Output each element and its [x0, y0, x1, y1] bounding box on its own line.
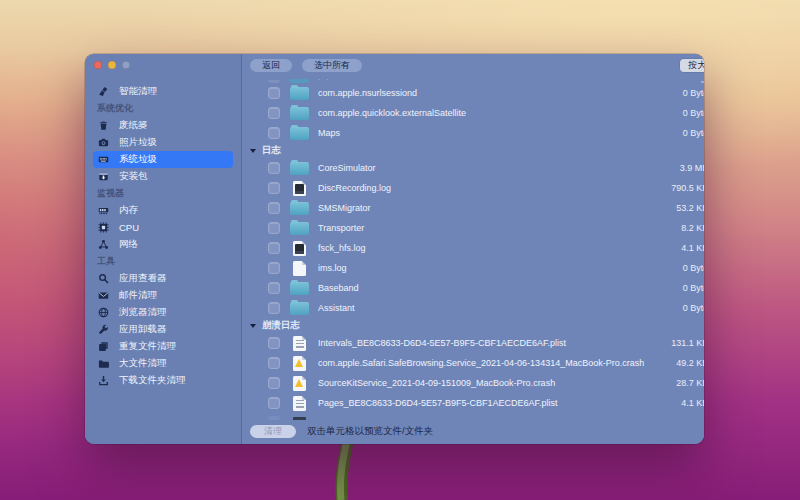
file-size: 0 Byte — [644, 283, 704, 293]
file-name: Maps — [318, 128, 644, 138]
row-checkbox[interactable] — [268, 262, 280, 274]
file-size: 131.1 KB — [644, 338, 704, 348]
sidebar-item-label: 应用卸载器 — [119, 323, 167, 336]
group-header[interactable]: 崩溃日志 — [242, 318, 704, 333]
sidebar-item-label: 大文件清理 — [119, 357, 167, 370]
sidebar-item-label: 废纸篓 — [119, 119, 148, 132]
table-row[interactable]: DiscRecording.log790.5 KB — [242, 178, 704, 198]
package-icon — [97, 171, 110, 182]
file-size: 3.9 MB — [644, 163, 704, 173]
keyboard-icon — [97, 154, 110, 165]
sidebar-item-app-uninstaller[interactable]: 应用卸载器 — [93, 321, 233, 338]
sidebar-item-label: 应用查看器 — [119, 272, 167, 285]
file-size: 28.7 KB — [644, 378, 704, 388]
file-name: fsck_hfs.log — [318, 243, 644, 253]
sidebar-item-system-junk[interactable]: 系统垃圾 — [93, 151, 233, 168]
file-size: 0 Byte — [644, 108, 704, 118]
sidebar-item-network[interactable]: 网络 — [93, 236, 233, 253]
sidebar-item-downloads-folder-clean[interactable]: 下载文件夹清理 — [93, 372, 233, 389]
row-checkbox[interactable] — [268, 87, 280, 99]
folder-icon — [290, 107, 309, 120]
file-name: Transporter — [318, 223, 644, 233]
sidebar-item-memory[interactable]: 内存 — [93, 202, 233, 219]
row-checkbox[interactable] — [268, 222, 280, 234]
sidebar-item-photo-junk[interactable]: 照片垃圾 — [93, 134, 233, 151]
wrench-icon — [97, 324, 110, 335]
sidebar-item-label: 内存 — [119, 204, 138, 217]
footer-bar: 清理 双击单元格以预览文件/文件夹 — [242, 424, 704, 444]
folder-icon — [290, 282, 309, 295]
sidebar-item-label: 下载文件夹清理 — [119, 374, 186, 387]
file-size: 53.2 KB — [644, 203, 704, 213]
row-checkbox[interactable] — [268, 357, 280, 369]
row-checkbox[interactable] — [268, 242, 280, 254]
table-row[interactable]: Baseband0 Byte — [242, 278, 704, 298]
row-checkbox[interactable] — [268, 282, 280, 294]
folder-icon — [97, 358, 110, 369]
table-row[interactable]: com.apple.Safari.SafeBrowsing.Service_20… — [242, 353, 704, 373]
table-row[interactable]: Pages_BE8C8633-D6D4-5E57-B9F5-CBF1AECDE6… — [242, 393, 704, 413]
camera-icon — [97, 137, 110, 148]
file-name: Assistant — [318, 303, 644, 313]
group-header[interactable]: 日志 — [242, 143, 704, 158]
row-checkbox[interactable] — [268, 337, 280, 349]
sidebar-item-installer-packages[interactable]: 安装包 — [93, 168, 233, 185]
clean-button[interactable]: 清理 — [250, 425, 296, 438]
table-row[interactable]: CoreSimulator3.9 MB — [242, 158, 704, 178]
table-row[interactable]: Maps0 Byte — [242, 123, 704, 143]
group-header-label: 崩溃日志 — [262, 319, 300, 332]
group-header-label: 日志 — [262, 144, 281, 157]
table-row[interactable]: Transporter8.2 KB — [242, 218, 704, 238]
sidebar-item-duplicate-file-clean[interactable]: 重复文件清理 — [93, 338, 233, 355]
disclosure-triangle-icon — [250, 149, 256, 153]
file-size: 0 Byte — [644, 128, 704, 138]
plist-file-icon — [290, 396, 309, 411]
sidebar-item-label: 安装包 — [119, 170, 148, 183]
table-row[interactable]: com.apple.nsurlsessiond0 Byte — [242, 83, 704, 103]
folder-icon — [290, 127, 309, 140]
zoom-button[interactable] — [122, 61, 130, 69]
select-all-button[interactable]: 选中所有 — [302, 59, 362, 72]
sidebar-section-label: 工具 — [85, 253, 241, 270]
row-checkbox[interactable] — [268, 202, 280, 214]
sidebar-item-large-file-clean[interactable]: 大文件清理 — [93, 355, 233, 372]
file-name: CoreSimulator — [318, 163, 644, 173]
download-icon — [97, 375, 110, 386]
crash-file-icon — [290, 356, 309, 371]
table-row[interactable]: com.apple.quicklook.externalSatellite0 B… — [242, 103, 704, 123]
sort-dropdown[interactable]: 按大小排序 — [680, 59, 704, 72]
row-checkbox[interactable] — [268, 162, 280, 174]
back-button[interactable]: 返回 — [250, 59, 292, 72]
table-row[interactable]: SMSMigrator53.2 KB — [242, 198, 704, 218]
minimize-button[interactable] — [108, 61, 116, 69]
sidebar-item-smart-clean[interactable]: 智能清理 — [93, 83, 233, 100]
folder-icon — [290, 87, 309, 100]
network-icon — [97, 239, 110, 250]
file-size: 4.1 KB — [644, 398, 704, 408]
file-name: Baseband — [318, 283, 644, 293]
row-checkbox[interactable] — [268, 182, 280, 194]
sidebar-item-cpu[interactable]: CPU — [93, 219, 233, 236]
sidebar-item-trash[interactable]: 废纸篓 — [93, 117, 233, 134]
table-row[interactable]: ims.log0 Byte — [242, 258, 704, 278]
close-button[interactable] — [94, 61, 102, 69]
sidebar-item-label: 浏览器清理 — [119, 306, 167, 319]
row-checkbox[interactable] — [268, 107, 280, 119]
table-row[interactable]: Assistant0 Byte — [242, 298, 704, 318]
sidebar-item-browser-clean[interactable]: 浏览器清理 — [93, 304, 233, 321]
table-row[interactable]: SourceKitService_2021-04-09-151009_MacBo… — [242, 373, 704, 393]
table-row[interactable]: Intervals_BE8C8633-D6D4-5E57-B9F5-CBF1AE… — [242, 333, 704, 353]
row-checkbox[interactable] — [268, 127, 280, 139]
row-checkbox[interactable] — [268, 377, 280, 389]
sidebar-item-label: CPU — [119, 222, 139, 233]
file-size: 790.5 KB — [644, 183, 704, 193]
sidebar-item-mail-clean[interactable]: 邮件清理 — [93, 287, 233, 304]
file-name: SourceKitService_2021-04-09-151009_MacBo… — [318, 378, 644, 388]
file-name: com.apple.Safari.SafeBrowsing.Service_20… — [318, 358, 644, 368]
row-checkbox[interactable] — [268, 397, 280, 409]
table-row[interactable]: fsck_hfs.log4.1 KB — [242, 238, 704, 258]
file-size: 0 Byte — [644, 88, 704, 98]
folder-icon — [290, 162, 309, 175]
row-checkbox[interactable] — [268, 302, 280, 314]
sidebar-item-app-viewer[interactable]: 应用查看器 — [93, 270, 233, 287]
